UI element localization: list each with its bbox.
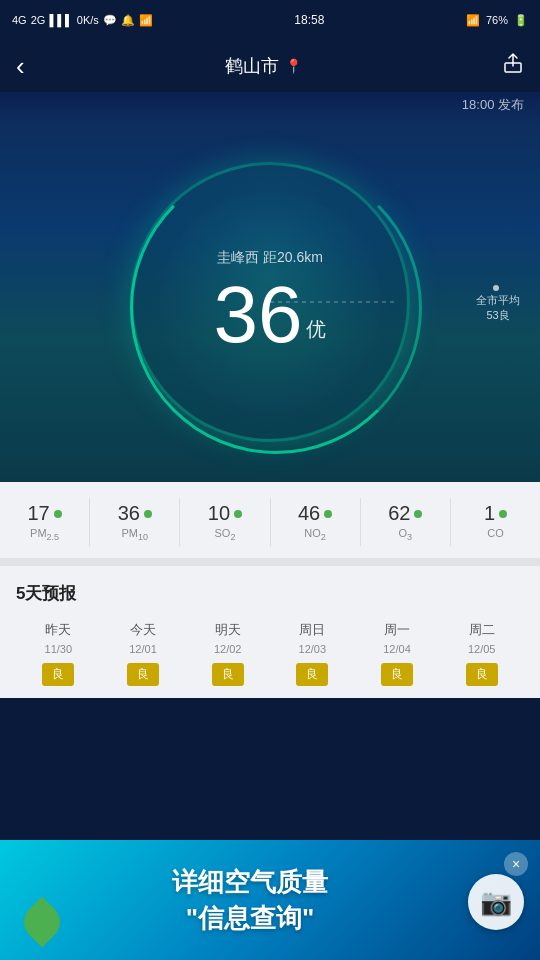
banner-line1: 详细空气质量 — [172, 867, 328, 897]
quality-badge-today: 良 — [127, 663, 159, 686]
aqi-circle-container: 圭峰西 距20.6km 36优 — [130, 162, 410, 442]
sim-icon: 📶 — [139, 14, 153, 27]
back-button[interactable]: ‹ — [16, 51, 25, 82]
time-display: 18:58 — [294, 13, 324, 27]
battery-percent: 76% — [486, 14, 508, 26]
day-label-today: 今天 — [130, 621, 156, 639]
forecast-day-yesterday[interactable]: 昨天 11/30 良 — [16, 621, 101, 686]
no2-value: 46 — [298, 502, 320, 525]
co-value: 1 — [484, 502, 495, 525]
day-label-monday: 周一 — [384, 621, 410, 639]
publish-time: 18:00 发布 — [0, 92, 540, 122]
forecast-day-today[interactable]: 今天 12/01 良 — [101, 621, 186, 686]
metric-co[interactable]: 1 CO — [451, 498, 540, 546]
camera-icon: 📷 — [480, 887, 512, 918]
day-date-monday: 12/04 — [383, 643, 411, 655]
forecast-title: 5天预报 — [16, 582, 524, 605]
signal-bars: ▌▌▌ — [49, 14, 72, 26]
ad-banner[interactable]: 详细空气质量 "信息查询" × 📷 — [0, 840, 540, 960]
metrics-row: 17 PM2.5 36 PM10 10 SO2 46 NO2 — [0, 498, 540, 546]
wechat-icon: 💬 — [103, 14, 117, 27]
forecast-day-monday[interactable]: 周一 12/04 良 — [355, 621, 440, 686]
network-indicator-2g: 2G — [31, 14, 46, 26]
o3-dot — [414, 510, 422, 518]
quality-badge-tomorrow: 良 — [212, 663, 244, 686]
no2-dot — [324, 510, 332, 518]
day-date-today: 12/01 — [129, 643, 157, 655]
aqi-value-group: 36优 — [214, 275, 327, 355]
share-button[interactable] — [502, 52, 524, 80]
quality-badge-tuesday: 良 — [466, 663, 498, 686]
quality-badge-monday: 良 — [381, 663, 413, 686]
metric-pm25[interactable]: 17 PM2.5 — [0, 498, 90, 546]
battery-icon: 🔋 — [514, 14, 528, 27]
wifi-icon: 📶 — [466, 14, 480, 27]
city-name: 鹤山市 — [225, 54, 279, 78]
quality-badge-sunday: 良 — [296, 663, 328, 686]
o3-value: 62 — [388, 502, 410, 525]
o3-label: O3 — [398, 527, 412, 542]
forecast-day-tomorrow[interactable]: 明天 12/02 良 — [185, 621, 270, 686]
pm10-label: PM10 — [122, 527, 149, 542]
camera-button[interactable]: 📷 — [468, 874, 524, 930]
location-pin-icon: 📍 — [285, 58, 302, 74]
no2-label: NO2 — [304, 527, 326, 542]
city-average-indicator: 全市平均 53良 — [476, 281, 520, 323]
pm25-value: 17 — [27, 502, 49, 525]
status-left: 4G 2G ▌▌▌ 0K/s 💬 🔔 📶 — [12, 14, 153, 27]
notification-icon: 🔔 — [121, 14, 135, 27]
aqi-number: 36 — [214, 275, 303, 355]
city-avg-dot — [493, 285, 499, 291]
day-label-yesterday: 昨天 — [45, 621, 71, 639]
forecast-day-sunday[interactable]: 周日 12/03 良 — [270, 621, 355, 686]
forecast-section: 5天预报 昨天 11/30 良 今天 12/01 良 明天 12/02 良 周日… — [0, 566, 540, 698]
metric-so2[interactable]: 10 SO2 — [180, 498, 270, 546]
aqi-quality-label: 优 — [306, 318, 326, 340]
forecast-day-tuesday[interactable]: 周二 12/05 良 — [439, 621, 524, 686]
co-label: CO — [487, 527, 504, 539]
city-avg-line-label: 全市平均 — [476, 293, 520, 308]
metric-pm10[interactable]: 36 PM10 — [90, 498, 180, 546]
network-indicator: 4G — [12, 14, 27, 26]
leaf-icon — [17, 897, 68, 948]
so2-label: SO2 — [214, 527, 235, 542]
day-label-sunday: 周日 — [299, 621, 325, 639]
day-date-yesterday: 11/30 — [45, 643, 73, 655]
data-speed: 0K/s — [77, 14, 99, 26]
city-avg-value: 53良 — [476, 308, 520, 323]
day-date-tomorrow: 12/02 — [214, 643, 242, 655]
day-date-tuesday: 12/05 — [468, 643, 496, 655]
pm10-dot — [144, 510, 152, 518]
so2-dot — [234, 510, 242, 518]
metric-no2[interactable]: 46 NO2 — [271, 498, 361, 546]
so2-value: 10 — [208, 502, 230, 525]
co-dot — [499, 510, 507, 518]
section-divider — [0, 558, 540, 566]
pm10-value: 36 — [118, 502, 140, 525]
metric-o3[interactable]: 62 O3 — [361, 498, 451, 546]
app-header: ‹ 鹤山市 📍 — [0, 40, 540, 92]
metrics-section: 17 PM2.5 36 PM10 10 SO2 46 NO2 — [0, 482, 540, 558]
pm25-dot — [54, 510, 62, 518]
status-right: 📶 76% 🔋 — [466, 14, 528, 27]
quality-badge-yesterday: 良 — [42, 663, 74, 686]
banner-close-button[interactable]: × — [504, 852, 528, 876]
status-bar: 4G 2G ▌▌▌ 0K/s 💬 🔔 📶 18:58 📶 76% 🔋 — [0, 0, 540, 40]
banner-text: 详细空气质量 "信息查询" — [172, 864, 328, 937]
day-label-tomorrow: 明天 — [215, 621, 241, 639]
day-date-sunday: 12/03 — [299, 643, 327, 655]
forecast-row: 昨天 11/30 良 今天 12/01 良 明天 12/02 良 周日 12/0… — [16, 621, 524, 686]
aqi-circle-content: 圭峰西 距20.6km 36优 — [214, 249, 327, 355]
day-label-tuesday: 周二 — [469, 621, 495, 639]
aqi-circle-section: 圭峰西 距20.6km 36优 全市平均 53良 — [0, 122, 540, 482]
header-title-group: 鹤山市 📍 — [225, 54, 302, 78]
station-name: 圭峰西 距20.6km — [214, 249, 327, 267]
pm25-label: PM2.5 — [30, 527, 59, 542]
banner-line2: "信息查询" — [186, 903, 315, 933]
